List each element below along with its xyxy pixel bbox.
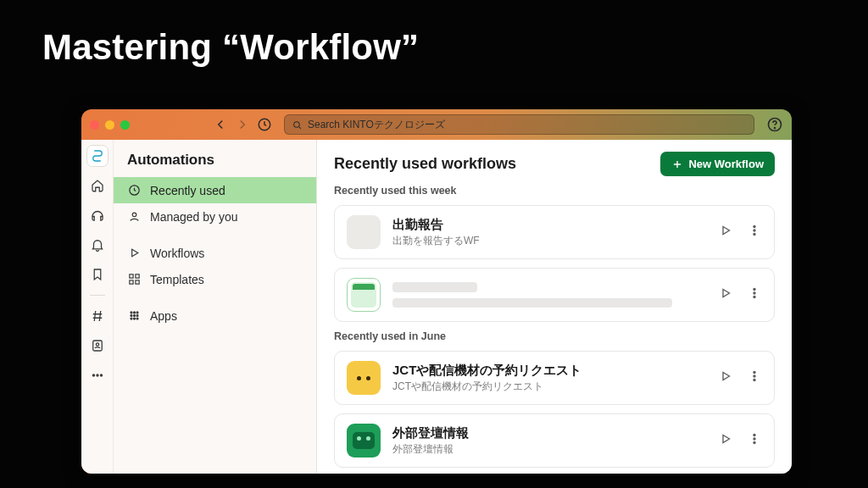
- workflow-card-icon: [347, 361, 381, 395]
- svg-point-16: [131, 312, 132, 313]
- workflow-card-name-redacted: [392, 282, 477, 292]
- group-label-this-week: Recently used this week: [334, 185, 775, 197]
- headphones-icon[interactable]: [86, 204, 108, 226]
- sidebar-item-templates[interactable]: Templates: [114, 266, 316, 292]
- contacts-icon[interactable]: [86, 335, 108, 357]
- workflow-more-button[interactable]: [747, 223, 762, 241]
- traffic-lights[interactable]: [90, 120, 130, 130]
- group-label-in-june: Recently used in June: [334, 330, 775, 342]
- svg-point-35: [754, 375, 755, 377]
- forward-button[interactable]: [235, 117, 250, 132]
- svg-point-17: [134, 312, 136, 313]
- sidebar-item-label: Recently used: [150, 184, 225, 197]
- left-rail: [81, 140, 114, 474]
- workflow-card[interactable]: 外部登壇情報 外部登壇情報: [334, 413, 775, 468]
- workflow-more-button[interactable]: [747, 286, 762, 304]
- hash-channel-icon[interactable]: [86, 305, 108, 327]
- workflow-more-button[interactable]: [747, 369, 762, 387]
- run-workflow-button[interactable]: [718, 431, 733, 450]
- search-input[interactable]: Search KINTOテクノロジーズ: [284, 114, 754, 135]
- page-title: Recently used workflows: [334, 155, 516, 173]
- svg-marker-33: [723, 373, 730, 380]
- clock-icon: [127, 183, 142, 197]
- workflow-card-name: 外部登壇情報: [392, 425, 706, 441]
- svg-point-10: [132, 213, 136, 217]
- history-button[interactable]: [257, 117, 272, 132]
- svg-point-27: [754, 230, 755, 231]
- svg-point-1: [294, 121, 300, 127]
- svg-marker-25: [723, 227, 730, 235]
- window-topbar: Search KINTOテクノロジーズ: [81, 109, 792, 140]
- workflow-card-name: 出勤報告: [392, 217, 706, 233]
- sidebar-item-workflows[interactable]: Workflows: [114, 240, 316, 266]
- sidebar-item-label: Templates: [150, 273, 204, 286]
- slide-title: Mastering “Workflow”: [42, 27, 419, 68]
- app-window: Search KINTOテクノロジーズ Automations: [81, 109, 792, 474]
- run-workflow-button[interactable]: [718, 369, 733, 387]
- svg-point-18: [136, 312, 138, 313]
- svg-point-8: [100, 374, 102, 376]
- sidebar-item-managed-by-you[interactable]: Managed by you: [114, 203, 316, 230]
- svg-rect-15: [136, 280, 139, 284]
- help-button[interactable]: [766, 116, 783, 133]
- workflow-card[interactable]: [334, 268, 775, 322]
- svg-marker-11: [132, 249, 138, 257]
- workflow-card-desc-redacted: [392, 298, 672, 308]
- svg-point-38: [754, 434, 755, 435]
- workflow-more-button[interactable]: [747, 431, 762, 450]
- fullscreen-window-icon[interactable]: [120, 120, 130, 130]
- rail-separator: [90, 295, 105, 296]
- workflow-card-name: JCTや配信機材の予約リクエスト: [392, 363, 706, 379]
- workflow-card-icon: [347, 278, 381, 312]
- svg-point-20: [134, 315, 136, 317]
- bookmark-icon[interactable]: [86, 263, 108, 286]
- svg-point-40: [754, 441, 755, 443]
- run-workflow-button[interactable]: [718, 223, 733, 241]
- minimize-window-icon[interactable]: [105, 120, 114, 130]
- sidebar-item-label: Managed by you: [150, 210, 238, 224]
- svg-point-26: [754, 225, 755, 227]
- svg-point-21: [136, 315, 138, 317]
- svg-rect-12: [130, 274, 133, 278]
- svg-point-34: [754, 371, 755, 373]
- workflow-card-desc: 出勤を報告するWF: [392, 234, 706, 247]
- workflow-card-desc: JCTや配信機材の予約リクエスト: [392, 380, 706, 393]
- svg-marker-29: [723, 290, 730, 297]
- automations-sidebar: Automations Recently used Managed by you…: [114, 140, 317, 474]
- plus-icon: [671, 158, 683, 170]
- svg-point-28: [754, 233, 755, 235]
- sidebar-title: Automations: [114, 140, 316, 177]
- svg-rect-13: [136, 274, 139, 278]
- workspace-logo[interactable]: [86, 145, 108, 167]
- main-content: Recently used workflows New Workflow Rec…: [317, 140, 792, 474]
- sidebar-item-recently-used[interactable]: Recently used: [114, 177, 316, 203]
- new-workflow-button-label: New Workflow: [688, 158, 764, 170]
- svg-marker-37: [723, 435, 730, 443]
- close-window-icon[interactable]: [90, 120, 99, 130]
- svg-point-32: [754, 296, 755, 297]
- back-button[interactable]: [213, 117, 228, 132]
- svg-point-22: [131, 318, 132, 319]
- svg-rect-14: [130, 280, 133, 284]
- svg-point-6: [92, 374, 94, 376]
- bell-icon[interactable]: [86, 234, 108, 256]
- workflow-card[interactable]: JCTや配信機材の予約リクエスト JCTや配信機材の予約リクエスト: [334, 351, 775, 405]
- home-icon[interactable]: [86, 175, 108, 197]
- apps-dots-icon: [127, 308, 142, 323]
- more-icon[interactable]: [86, 364, 108, 386]
- sidebar-item-label: Apps: [150, 309, 177, 323]
- play-icon: [127, 246, 142, 260]
- svg-point-23: [134, 318, 136, 319]
- grid-icon: [127, 272, 142, 286]
- svg-point-31: [754, 292, 755, 294]
- run-workflow-button[interactable]: [718, 286, 733, 304]
- new-workflow-button[interactable]: New Workflow: [660, 152, 775, 176]
- svg-point-39: [754, 438, 755, 440]
- sidebar-item-apps[interactable]: Apps: [114, 302, 316, 329]
- workflow-card-desc: 外部登壇情報: [392, 442, 706, 456]
- workflow-card-icon: [347, 215, 381, 249]
- workflow-card[interactable]: 出勤報告 出勤を報告するWF: [334, 205, 775, 259]
- sidebar-item-label: Workflows: [150, 247, 204, 260]
- svg-point-30: [754, 288, 755, 290]
- search-placeholder: Search KINTOテクノロジーズ: [308, 118, 445, 132]
